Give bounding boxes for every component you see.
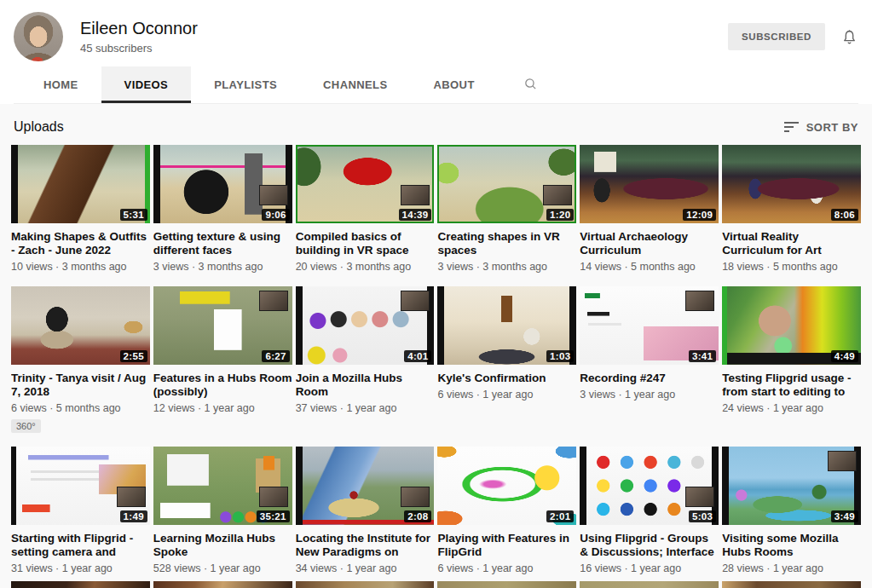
video-title[interactable]: Testing Flipgrid usage - from start to e… <box>722 372 861 399</box>
video-thumbnail[interactable]: 5:31 <box>11 145 150 223</box>
subscriber-count: 45 subscribers <box>80 42 198 55</box>
channel-header: Eileen Oconnor 45 subscribers SUBSCRIBED… <box>0 0 872 104</box>
video-meta: 28 views · 1 year ago <box>722 562 861 574</box>
video-card[interactable]: 5:03Using Flipgrid - Groups & Discussion… <box>580 447 719 574</box>
video-title[interactable]: Locating the Institute for New Paradigms… <box>296 532 435 559</box>
video-title[interactable]: Creating shapes in VR spaces <box>437 230 576 257</box>
webcam-inset-overlay <box>401 487 430 507</box>
video-meta: 3 views · 3 months ago <box>437 261 576 273</box>
video-duration-badge: 12:09 <box>683 209 716 221</box>
video-title[interactable]: Learning Mozilla Hubs Spoke <box>153 532 292 559</box>
video-card[interactable]: 14:39Compiled basics of building in VR s… <box>296 145 435 273</box>
channel-avatar[interactable] <box>14 12 63 61</box>
video-thumbnail[interactable]: 2:08 <box>296 447 435 525</box>
partial-thumbnail[interactable] <box>296 581 435 588</box>
webcam-inset-overlay <box>259 487 288 507</box>
webcam-inset-overlay <box>543 185 572 205</box>
video-card[interactable]: 1:49Starting with Flipgrid - setting cam… <box>11 447 150 574</box>
sort-by-button[interactable]: SORT BY <box>784 121 858 134</box>
video-meta: 31 views · 1 year ago <box>11 562 150 574</box>
video-card[interactable]: 3:41Recording #2473 views · 1 year ago <box>580 286 719 433</box>
video-meta: 12 views · 1 year ago <box>153 402 292 414</box>
video-card[interactable]: 6:27Features in a Hubs Room (possibly)12… <box>153 286 292 433</box>
channel-name: Eileen Oconnor <box>80 19 198 38</box>
video-thumbnail[interactable]: 1:49 <box>11 447 150 525</box>
video-thumbnail[interactable]: 2:55 <box>11 286 150 365</box>
video-card[interactable]: 1:03Kyle's Confirmation6 views · 1 year … <box>437 286 576 433</box>
video-duration-badge: 14:39 <box>399 209 432 221</box>
video-thumbnail[interactable]: 1:03 <box>437 286 576 365</box>
video-thumbnail[interactable]: 4:49 <box>722 286 861 365</box>
tab-videos[interactable]: VIDEOS <box>101 66 192 103</box>
partial-thumbnail[interactable] <box>722 581 861 588</box>
video-title[interactable]: Recording #247 <box>580 372 719 385</box>
video-duration-badge: 9:06 <box>262 209 289 221</box>
tab-about[interactable]: ABOUT <box>411 66 498 103</box>
video-meta: 20 views · 3 months ago <box>296 261 435 273</box>
subscribed-button[interactable]: SUBSCRIBED <box>728 23 825 50</box>
video-thumbnail[interactable]: 5:03 <box>580 447 719 525</box>
video-meta: 6 views · 5 months ago <box>11 402 150 414</box>
video-title[interactable]: Kyle's Confirmation <box>437 372 576 385</box>
tab-playlists[interactable]: PLAYLISTS <box>191 66 300 103</box>
partial-thumbnail[interactable] <box>11 581 150 588</box>
video-thumbnail[interactable]: 3:49 <box>722 447 861 525</box>
video-thumbnail[interactable]: 6:27 <box>153 286 292 365</box>
video-card[interactable]: 2:01Playing with Features in FlipGrid6 v… <box>437 447 576 574</box>
video-card[interactable]: 35:21Learning Mozilla Hubs Spoke528 view… <box>153 447 292 574</box>
tab-home[interactable]: HOME <box>20 66 101 103</box>
video-card[interactable]: 4:49Testing Flipgrid usage - from start … <box>722 286 861 433</box>
video-duration-badge: 5:31 <box>120 209 147 221</box>
channel-search-icon[interactable] <box>498 66 553 103</box>
video-thumbnail[interactable]: 14:39 <box>296 145 435 223</box>
uploads-title: Uploads <box>14 119 64 135</box>
video-title[interactable]: Visiting some Mozilla Hubs Rooms <box>722 532 861 559</box>
video-thumbnail[interactable]: 8:06 <box>722 145 861 223</box>
video-thumbnail[interactable]: 1:20 <box>437 145 576 223</box>
video-thumbnail[interactable]: 2:01 <box>437 447 576 525</box>
video-card[interactable]: 3:49Visiting some Mozilla Hubs Rooms28 v… <box>722 447 861 574</box>
video-title[interactable]: Virtual Reality Curriculum for Art Histo… <box>722 230 861 257</box>
video-thumbnail[interactable]: 3:41 <box>580 286 719 365</box>
video-card[interactable]: 12:09Virtual Archaeology Curriculum14 vi… <box>580 145 719 273</box>
video-meta: 10 views · 3 months ago <box>11 261 150 273</box>
video-duration-badge: 1:20 <box>546 209 574 221</box>
video-title[interactable]: Making Shapes & Outfits - Zach - June 20… <box>11 230 150 257</box>
video-title[interactable]: Starting with Flipgrid - setting camera … <box>11 532 150 559</box>
video-duration-badge: 3:41 <box>689 350 716 362</box>
video-title[interactable]: Join a Mozilla Hubs Room <box>296 372 435 399</box>
video-card[interactable]: 8:06Virtual Reality Curriculum for Art H… <box>722 145 861 273</box>
bell-icon[interactable] <box>840 28 858 46</box>
video-card[interactable]: 4:01Join a Mozilla Hubs Room37 views · 1… <box>296 286 435 433</box>
tab-channels[interactable]: CHANNELS <box>300 66 410 103</box>
partial-thumbnail[interactable] <box>437 581 576 588</box>
video-card[interactable]: 9:06Getting texture & using different fa… <box>153 145 292 273</box>
video-thumbnail[interactable]: 35:21 <box>153 447 292 525</box>
video-duration-badge: 1:03 <box>546 350 574 362</box>
video-thumbnail[interactable]: 9:06 <box>153 145 292 223</box>
video-card[interactable]: 2:08Locating the Institute for New Parad… <box>296 447 435 574</box>
webcam-inset-overlay <box>401 291 430 311</box>
video-card[interactable]: 5:31Making Shapes & Outfits - Zach - Jun… <box>11 145 150 273</box>
video-title[interactable]: Trinity - Tanya visit / Aug 7, 2018 <box>11 372 150 399</box>
video-title[interactable]: Compiled basics of building in VR space <box>296 230 435 257</box>
video-title[interactable]: Playing with Features in FlipGrid <box>437 532 576 559</box>
video-title[interactable]: Features in a Hubs Room (possibly) <box>153 372 292 399</box>
partial-thumbnail[interactable] <box>153 581 292 588</box>
webcam-inset-overlay <box>828 451 857 471</box>
video-duration-badge: 6:27 <box>262 350 289 362</box>
video-thumbnail[interactable]: 4:01 <box>296 286 435 365</box>
video-title[interactable]: Virtual Archaeology Curriculum <box>580 230 719 257</box>
video-duration-badge: 2:08 <box>404 510 431 522</box>
video-card[interactable]: 1:20Creating shapes in VR spaces3 views … <box>437 145 576 273</box>
video-thumbnail[interactable]: 12:09 <box>580 145 719 223</box>
video-title[interactable]: Getting texture & using different faces <box>153 230 292 257</box>
partial-thumbnail[interactable] <box>580 581 719 588</box>
video-meta: 14 views · 5 months ago <box>580 261 719 273</box>
sort-by-label: SORT BY <box>806 121 858 134</box>
video-card[interactable]: 2:55Trinity - Tanya visit / Aug 7, 20186… <box>11 286 150 433</box>
video-meta: 34 views · 1 year ago <box>296 562 435 574</box>
video-title[interactable]: Using Flipgrid - Groups & Discussions; I… <box>580 532 719 559</box>
video-meta: 24 views · 1 year ago <box>722 402 861 414</box>
next-row-partial-thumbnails <box>0 581 872 588</box>
